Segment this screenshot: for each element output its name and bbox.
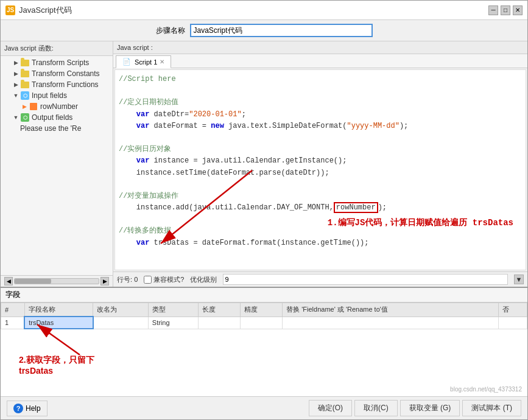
tree-item-please-use: Please use the 'Re: [1, 123, 113, 134]
input-fields-icon: ⬡: [20, 91, 30, 100]
left-scrollbar[interactable]: ◀ ▶: [1, 275, 113, 287]
action-buttons: 确定(O) 取消(C) 获取变量 (G) 测试脚本 (T): [309, 400, 521, 416]
cell-length: [199, 317, 241, 329]
scrollbar-thumb-left[interactable]: [15, 279, 51, 284]
close-button[interactable]: ✕: [513, 5, 523, 15]
compat-checkbox[interactable]: 兼容模式?: [144, 275, 184, 284]
tree-label-input-fields: Input fields: [32, 91, 67, 100]
fields-header: 字段: [1, 288, 527, 303]
script-icon: 📄: [122, 58, 131, 66]
watermark: blog.csdn.net/qq_4373312: [450, 386, 522, 393]
confirm-button[interactable]: 确定(O): [309, 400, 352, 416]
annotation-2-container: 2.获取字段，只留下 trsDatas: [19, 318, 128, 363]
code-line-9: instance.setTime(dateFormat.parse(dateDt…: [119, 167, 522, 179]
left-panel: Java script 函数: ▶ Transform Scripts ▶: [1, 41, 113, 287]
code-line-10: [119, 179, 522, 191]
row-number-icon: [29, 102, 38, 111]
cancel-button[interactable]: 取消(C): [354, 400, 398, 416]
line-number-label: 行号: 0: [117, 275, 138, 284]
cell-precision: [241, 317, 283, 329]
folder-icon-transform-constants: [20, 69, 30, 78]
tab-script1[interactable]: 📄 Script 1 ✕: [116, 55, 171, 68]
code-bottom-bar: 行号: 0 兼容模式? 优化级别 ▼: [113, 271, 527, 287]
step-name-input[interactable]: [190, 24, 373, 37]
cell-replace: [283, 317, 498, 329]
main-window: JS JavaScript代码 ─ □ ✕ 步骤名称 Java script 函…: [0, 0, 528, 420]
title-bar: JS JavaScript代码 ─ □ ✕: [1, 1, 527, 20]
code-line-3: //定义日期初始值: [119, 97, 522, 108]
code-line-8: var instance = java.util.Calendar.getIns…: [119, 155, 522, 167]
step-name-label: 步骤名称: [156, 26, 185, 36]
code-line-15: var trsDatas = dateFormat.format(instanc…: [119, 237, 522, 249]
left-panel-header: Java script 函数:: [1, 41, 113, 56]
priority-arrow[interactable]: ▼: [514, 275, 524, 284]
annotation-1: 1.编写JS代码，计算日期赋值给遍历 trsDatas: [328, 216, 513, 229]
tab-script1-label: Script 1: [135, 58, 157, 66]
tabs-bar: 📄 Script 1 ✕: [113, 54, 527, 68]
folder-icon-transform-scripts: [20, 58, 30, 67]
right-arrow[interactable]: ▶: [100, 277, 109, 285]
code-editor[interactable]: //Script here //定义日期初始值 var dateDtr="202…: [114, 69, 526, 270]
app-icon: JS: [5, 5, 15, 15]
please-use-label: Please use the 'Re: [20, 124, 81, 133]
tree-item-row-number[interactable]: ▶ rowNumber: [1, 101, 113, 112]
col-header-name: 字段名称: [24, 303, 93, 317]
code-line-6: [119, 132, 522, 144]
tree-label-transform-scripts: Transform Scripts: [32, 58, 89, 67]
folder-icon-transform-functions: [20, 80, 30, 89]
code-line-4: var dateDtr="2020-01-01";: [119, 109, 522, 121]
help-label: Help: [26, 404, 41, 413]
tree-item-input-fields[interactable]: ▼ ⬡ Input fields: [1, 90, 113, 101]
maximize-button[interactable]: □: [501, 5, 510, 15]
scrollbar-track-left[interactable]: [14, 278, 99, 284]
tree-item-transform-constants[interactable]: ▶ Transform Constants: [1, 68, 113, 79]
tree-item-output-fields[interactable]: ▼ ⬡ Output fields: [1, 112, 113, 123]
help-icon: ?: [13, 404, 23, 413]
tree-view: ▶ Transform Scripts ▶ Transform Constant…: [1, 56, 113, 275]
window-controls: ─ □ ✕: [488, 5, 523, 15]
cell-type: String: [148, 317, 198, 329]
tree-label-output-fields: Output fields: [32, 113, 72, 122]
left-arrow[interactable]: ◀: [4, 277, 13, 285]
col-header-type: 类型: [148, 303, 198, 317]
right-panel: Java script : 📄 Script 1 ✕ //Script here…: [113, 41, 527, 287]
optimize-label: 优化级别: [190, 275, 217, 284]
col-header-no: 否: [498, 303, 527, 317]
output-fields-icon: ⬡: [20, 113, 30, 122]
col-header-precision: 精度: [241, 303, 283, 317]
arrow-input-fields: ▼: [12, 91, 20, 100]
step-name-row: 步骤名称: [1, 20, 527, 41]
tree-label-transform-constants: Transform Constants: [32, 69, 100, 78]
arrow-transform-scripts: ▶: [12, 58, 20, 67]
code-line-11: //对变量加减操作: [119, 191, 522, 202]
title-bar-left: JS JavaScript代码: [5, 5, 72, 16]
tree-item-transform-scripts[interactable]: ▶ Transform Scripts: [1, 57, 113, 68]
svg-line-3: [37, 324, 80, 355]
table-header-row: # 字段名称 改名为 类型 长度 精度 替换 'Fieldname' 或 'Re…: [1, 303, 527, 317]
col-header-num: #: [1, 303, 25, 317]
code-line-7: //实例日历对象: [119, 144, 522, 155]
bottom-buttons: ? Help 确定(O) 取消(C) 获取变量 (G) 测试脚本 (T): [1, 396, 527, 419]
code-line-12: instance.add(java.util.Calendar.DAY_OF_M…: [119, 202, 522, 214]
code-line-16: [119, 249, 522, 261]
bottom-section: 字段 # 字段名称 改名为 类型 长度 精度 替换 'Fieldname' 或 …: [1, 287, 527, 396]
arrow-output-fields: ▼: [12, 113, 20, 122]
compat-checkbox-input[interactable]: [144, 276, 152, 284]
tab-close-button[interactable]: ✕: [160, 58, 164, 65]
test-script-button[interactable]: 测试脚本 (T): [462, 400, 521, 416]
tree-item-transform-functions[interactable]: ▶ Transform Functions: [1, 79, 113, 90]
main-area: Java script 函数: ▶ Transform Scripts ▶: [1, 41, 527, 287]
optimize-input[interactable]: [223, 274, 508, 285]
minimize-button[interactable]: ─: [488, 5, 498, 15]
tree-label-transform-functions: Transform Functions: [32, 80, 99, 89]
code-line-1: //Script here: [119, 74, 522, 85]
code-line-2: [119, 85, 522, 97]
help-button[interactable]: ? Help: [7, 401, 48, 416]
arrow-transform-functions: ▶: [12, 80, 20, 89]
col-header-rename: 改名为: [93, 303, 149, 317]
col-header-length: 长度: [199, 303, 241, 317]
code-line-5: var dateFormat = new java.text.SimpleDat…: [119, 121, 522, 132]
arrow-row-number: ▶: [20, 102, 29, 111]
get-vars-button[interactable]: 获取变量 (G): [400, 400, 460, 416]
window-title: JavaScript代码: [19, 5, 72, 16]
